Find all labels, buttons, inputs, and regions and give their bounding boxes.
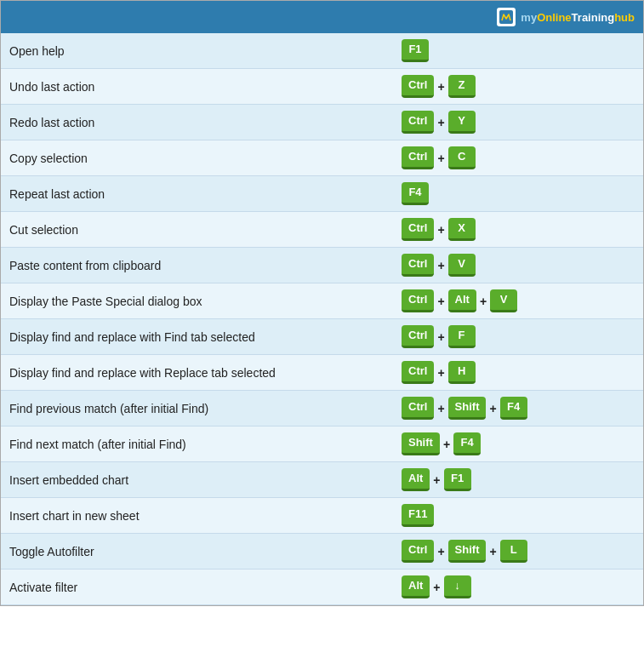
svg-rect-0 <box>499 10 513 24</box>
key-badge: Ctrl <box>402 75 434 98</box>
key-badge: H <box>448 361 476 384</box>
plus-separator: + <box>436 330 445 344</box>
table-row: Repeat last actionF4 <box>1 176 643 212</box>
plus-separator: + <box>436 223 445 237</box>
action-cell: Insert chart in new sheet <box>1 502 395 529</box>
keys-cell: Ctrl+X <box>395 213 643 246</box>
table-row: Display find and replace with Replace ta… <box>1 355 643 391</box>
key-badge: Shift <box>402 432 440 455</box>
plus-separator: + <box>436 80 445 94</box>
plus-separator: + <box>479 295 487 308</box>
logo: myOnlineTraininghub <box>497 8 635 26</box>
action-cell: Find next match (after initial Find) <box>1 431 395 458</box>
key-badge: X <box>448 218 476 241</box>
key-badge: Ctrl <box>402 540 434 563</box>
key-badge: Alt <box>402 468 430 491</box>
plus-separator: + <box>432 581 441 594</box>
action-cell: Undo last action <box>1 73 395 100</box>
key-badge: F1 <box>402 39 429 62</box>
keys-cell: Ctrl+F <box>395 320 643 353</box>
action-cell: Activate filter <box>1 574 395 601</box>
plus-separator: + <box>436 259 445 272</box>
plus-separator: + <box>436 545 445 558</box>
key-badge: Ctrl <box>402 397 434 420</box>
table-row: Redo last actionCtrl+Y <box>1 105 643 140</box>
table-row: Display find and replace with Find tab s… <box>1 319 643 355</box>
keys-cell: Ctrl+H <box>395 356 643 389</box>
table-row: Open helpF1 <box>1 33 643 69</box>
table-row: Display the Paste Special dialog boxCtrl… <box>1 283 643 319</box>
action-cell: Copy selection <box>1 145 395 172</box>
plus-separator: + <box>432 473 441 487</box>
plus-separator: + <box>488 402 497 415</box>
table-row: Activate filterAlt+↓ <box>1 570 643 605</box>
action-cell: Open help <box>1 37 395 65</box>
rows-container: Open helpF1Undo last actionCtrl+ZRedo la… <box>1 33 643 605</box>
key-badge: Shift <box>448 540 487 563</box>
keys-cell: Ctrl+Y <box>395 106 643 139</box>
keys-cell: Ctrl+Shift+L <box>395 535 643 568</box>
action-cell: Toggle Autofilter <box>1 538 395 565</box>
key-badge: F <box>448 325 476 348</box>
key-badge: F4 <box>402 182 429 205</box>
action-cell: Display the Paste Special dialog box <box>1 288 395 315</box>
keys-cell: Alt+↓ <box>395 570 643 604</box>
keys-cell: F1 <box>395 34 643 67</box>
key-badge: Ctrl <box>402 146 434 169</box>
table-row: Find next match (after initial Find)Shif… <box>1 426 643 462</box>
action-cell: Insert embedded chart <box>1 467 395 494</box>
action-cell: Cut selection <box>1 216 395 243</box>
action-cell: Display find and replace with Replace ta… <box>1 359 395 386</box>
plus-separator: + <box>436 366 445 380</box>
logo-text: myOnlineTraininghub <box>521 11 635 24</box>
key-badge: V <box>490 289 517 312</box>
action-cell: Paste content from clipboard <box>1 252 395 279</box>
logo-icon <box>497 8 516 26</box>
plus-separator: + <box>436 295 445 308</box>
keys-cell: Ctrl+Alt+V <box>395 284 643 318</box>
keys-cell: Shift+F4 <box>395 427 643 461</box>
key-badge: F4 <box>453 432 481 455</box>
table-row: Cut selectionCtrl+X <box>1 212 643 248</box>
plus-separator: + <box>436 402 445 415</box>
table-row: Find previous match (after initial Find)… <box>1 391 643 426</box>
key-badge: L <box>500 540 527 563</box>
keys-cell: Ctrl+Shift+F4 <box>395 392 643 425</box>
table-row: Insert embedded chartAlt+F1 <box>1 462 643 498</box>
plus-separator: + <box>436 116 445 129</box>
table-row: Toggle AutofilterCtrl+Shift+L <box>1 534 643 570</box>
key-badge: Ctrl <box>402 325 434 348</box>
key-badge: ↓ <box>444 575 471 598</box>
key-badge: Ctrl <box>402 111 434 134</box>
keys-cell: Ctrl+V <box>395 249 643 282</box>
key-badge: F11 <box>402 504 434 527</box>
table-header: myOnlineTraininghub <box>1 1 643 33</box>
table-row: Undo last actionCtrl+Z <box>1 69 643 105</box>
table-row: Copy selectionCtrl+C <box>1 140 643 176</box>
plus-separator: + <box>442 438 451 451</box>
keys-cell: F11 <box>395 499 643 532</box>
keys-cell: Alt+F1 <box>395 463 643 496</box>
action-cell: Display find and replace with Find tab s… <box>1 323 395 351</box>
key-badge: V <box>448 254 476 277</box>
key-badge: Alt <box>402 575 430 598</box>
keys-cell: F4 <box>395 177 643 210</box>
key-badge: F4 <box>500 397 527 420</box>
key-badge: Ctrl <box>402 254 434 277</box>
key-badge: Z <box>448 75 476 98</box>
shortcut-table: myOnlineTraininghub Open helpF1Undo last… <box>0 0 644 606</box>
action-cell: Find previous match (after initial Find) <box>1 395 395 422</box>
action-cell: Redo last action <box>1 109 395 136</box>
keys-cell: Ctrl+C <box>395 141 643 175</box>
plus-separator: + <box>436 152 445 165</box>
key-badge: Alt <box>448 289 476 312</box>
table-row: Insert chart in new sheetF11 <box>1 498 643 534</box>
key-badge: Ctrl <box>402 289 434 312</box>
action-cell: Repeat last action <box>1 180 395 208</box>
key-badge: F1 <box>444 468 471 491</box>
key-badge: Ctrl <box>402 218 434 241</box>
plus-separator: + <box>488 545 497 558</box>
key-badge: Shift <box>448 397 487 420</box>
key-badge: Y <box>448 111 476 134</box>
key-badge: C <box>448 146 476 169</box>
